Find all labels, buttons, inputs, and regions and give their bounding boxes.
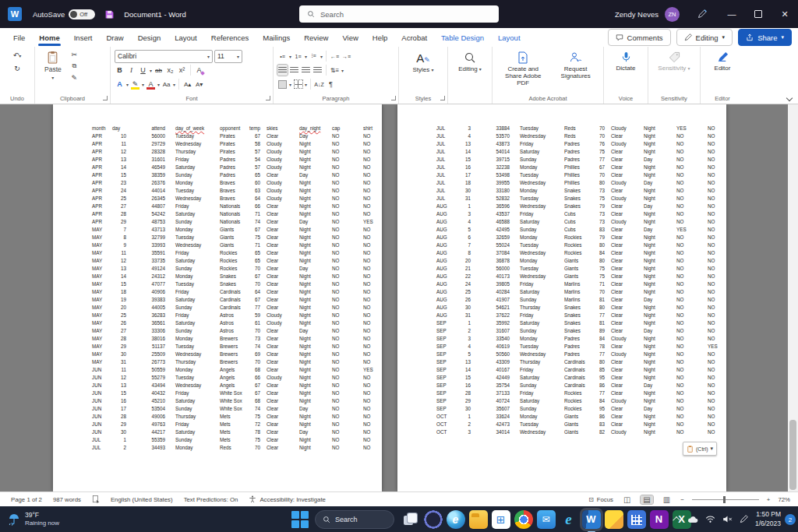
scrollbar-thumb[interactable] — [789, 420, 796, 490]
styles-button[interactable]: A✎ Styles ▾ — [403, 49, 443, 76]
request-signatures-button[interactable]: Request Signatures — [552, 49, 599, 90]
document-page-1[interactable]: monthdayattendday_of_weekopponenttempski… — [53, 104, 382, 491]
notification-badge[interactable]: 2 — [785, 514, 796, 525]
copilot-icon[interactable] — [424, 510, 443, 529]
tab-insert[interactable]: Insert — [67, 30, 100, 46]
word-count[interactable]: 987 words — [53, 496, 81, 503]
wifi-icon[interactable] — [705, 515, 715, 523]
web-layout-button[interactable]: ▥ — [661, 495, 673, 504]
show-formatting-button[interactable]: ¶ — [326, 79, 336, 90]
bold-button[interactable]: B — [115, 65, 125, 76]
dialog-launcher-icon[interactable] — [103, 96, 108, 100]
internet-explorer-icon[interactable]: e — [560, 510, 578, 529]
strikethrough-button[interactable]: ab — [154, 65, 164, 76]
autosave-switch[interactable]: Off — [69, 9, 95, 19]
vertical-scrollbar[interactable] — [788, 104, 798, 492]
text-effects-button[interactable]: A — [115, 79, 125, 90]
editing-button[interactable]: Editing ▾ — [452, 49, 488, 75]
focus-button[interactable]: ⊡ Focus — [588, 496, 613, 503]
sensitivity-button[interactable]: Sensitivity ▾ — [652, 49, 696, 74]
share-button[interactable]: Share ▾ — [738, 29, 792, 46]
avatar[interactable]: ZN — [665, 7, 680, 22]
editing-mode-button[interactable]: Editing ▾ — [676, 29, 733, 46]
tab-file[interactable]: File — [6, 30, 32, 46]
task-view-icon[interactable] — [401, 510, 420, 529]
create-share-pdf-button[interactable]: Create and Share Adobe PDF — [496, 49, 549, 90]
clock[interactable]: 1:50 PM 1/6/2023 — [755, 510, 781, 527]
onenote-icon[interactable]: N — [650, 510, 669, 529]
tab-view[interactable]: View — [335, 30, 365, 46]
decrease-indent-button[interactable]: ←≡ — [330, 51, 340, 62]
align-center-button[interactable] — [289, 65, 299, 76]
close-button[interactable]: ✕ — [772, 0, 798, 28]
align-left-button[interactable] — [277, 65, 288, 76]
zoom-in-button[interactable]: + — [767, 496, 771, 503]
file-explorer-icon[interactable] — [469, 510, 488, 529]
font-size-combobox[interactable]: 11 ▾ — [214, 50, 242, 63]
undo-button[interactable]: ↶▾ — [12, 49, 23, 62]
numbered-list-button[interactable]: 1≡ — [293, 51, 303, 62]
taskbar-search[interactable]: Search — [315, 510, 394, 529]
start-button[interactable] — [290, 509, 310, 530]
proofing-icon[interactable] — [92, 495, 100, 503]
format-painter-button[interactable]: ✎ — [69, 72, 79, 83]
tab-references[interactable]: References — [204, 30, 256, 46]
paste-button[interactable]: Paste ▾ — [39, 49, 67, 83]
tab-layout[interactable]: Layout — [168, 30, 204, 46]
italic-button[interactable]: I — [126, 65, 136, 76]
tab-table-design[interactable]: Table Design — [434, 30, 491, 46]
mail-icon[interactable]: ✉ — [537, 510, 556, 529]
dialog-launcher-icon[interactable] — [391, 96, 396, 100]
language-indicator[interactable]: English (United States) — [111, 496, 173, 503]
subscript-button[interactable]: x₂ — [165, 65, 175, 76]
borders-button[interactable] — [293, 79, 303, 90]
search-input[interactable]: Search — [299, 5, 499, 23]
tab-review[interactable]: Review — [297, 30, 335, 46]
zoom-slider-thumb[interactable] — [723, 496, 726, 503]
tab-help[interactable]: Help — [365, 30, 395, 46]
accessibility-status[interactable]: Accessibility: Investigate — [249, 495, 326, 503]
edge-icon[interactable]: e — [447, 510, 465, 529]
copy-button[interactable]: ⧉ — [69, 61, 79, 72]
onedrive-cloud-icon[interactable] — [687, 515, 698, 523]
underline-button[interactable]: U — [138, 65, 148, 76]
font-color-button[interactable]: A — [146, 79, 156, 90]
paste-options-button[interactable]: (Ctrl) ▾ — [683, 442, 717, 456]
justify-button[interactable] — [312, 65, 323, 76]
shading-button[interactable] — [277, 79, 288, 90]
line-spacing-button[interactable]: ⇅≡ — [330, 65, 340, 76]
zoom-out-button[interactable]: − — [680, 496, 684, 503]
tab-draw[interactable]: Draw — [99, 30, 130, 46]
tab-home[interactable]: Home — [32, 30, 66, 46]
print-layout-button[interactable]: ▤ — [641, 495, 652, 504]
grow-font-button[interactable]: A▴ — [182, 79, 192, 90]
sort-button[interactable]: A↓Z — [314, 79, 324, 90]
weather-widget[interactable]: 39°F Raining now — [8, 511, 59, 527]
cut-button[interactable]: ✂ — [69, 49, 79, 60]
document-page-2[interactable]: JUL333884TuesdayReds70CloudyNightYESNOJU… — [397, 104, 726, 491]
zoom-slider[interactable] — [692, 499, 759, 500]
chrome-icon[interactable] — [514, 510, 533, 529]
autosave-toggle[interactable]: AutoSave Off — [33, 9, 95, 19]
dialog-launcher-icon[interactable] — [440, 96, 445, 100]
align-right-button[interactable] — [301, 65, 311, 76]
change-case-button[interactable]: Aa — [161, 79, 171, 90]
page-indicator[interactable]: Page 1 of 2 — [11, 496, 42, 503]
editor-button[interactable]: Editor — [704, 49, 740, 74]
restore-button[interactable] — [745, 0, 772, 28]
ink-pen-icon[interactable] — [690, 9, 714, 19]
bullet-list-button[interactable]: •≡ — [277, 51, 288, 62]
comments-button[interactable]: Comments — [608, 29, 671, 46]
calendar-icon[interactable] — [627, 510, 646, 529]
read-mode-button[interactable]: ◫ — [621, 495, 633, 504]
volume-muted-icon[interactable] — [722, 515, 733, 523]
clear-formatting-button[interactable]: A — [194, 65, 204, 76]
increase-indent-button[interactable]: →≡ — [341, 51, 351, 62]
highlight-color-button[interactable]: ✎ — [130, 79, 140, 90]
tab-acrobat[interactable]: Acrobat — [394, 30, 434, 46]
zoom-level[interactable]: 72% — [778, 496, 790, 503]
minimize-button[interactable]: — — [719, 0, 745, 28]
redo-button[interactable]: ↻ — [12, 62, 23, 75]
multilevel-list-button[interactable]: ⁝≡ — [309, 51, 319, 62]
text-predictions[interactable]: Text Predictions: On — [184, 496, 238, 503]
